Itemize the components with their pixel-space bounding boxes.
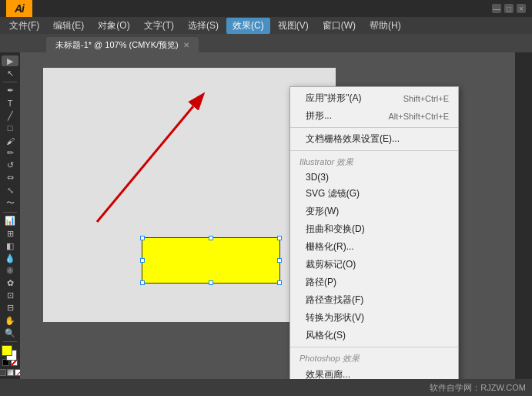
menu-text[interactable]: 文字(T) (138, 18, 180, 34)
toolbar-separator-3 (3, 341, 17, 342)
color-swatches[interactable] (2, 345, 18, 356)
left-toolbar: ▶ ↖ ✒ T ╱ □ 🖌 ✏ ↺ ⇔ ⤡ 〜 📊 ⊞ ◧ 💧 ⑧ ✿ ⊡ ⊟ … (0, 52, 20, 379)
tool-zoom[interactable]: 🔍 (2, 327, 18, 338)
title-bar-left: Ai (6, 0, 32, 17)
menu-item-svg-filter[interactable]: SVG 滤镜(G) (290, 185, 458, 203)
window-controls[interactable]: — □ × (492, 4, 526, 13)
foreground-color[interactable] (2, 345, 12, 356)
tool-rotate[interactable]: ↺ (2, 160, 18, 171)
separator-3 (290, 347, 458, 347)
tool-warp[interactable]: 〜 (2, 197, 18, 209)
toolbar-separator-2 (3, 212, 17, 213)
color-type-buttons (0, 369, 22, 376)
maximize-button[interactable]: □ (504, 4, 514, 13)
tool-paintbrush[interactable]: 🖌 (2, 135, 18, 146)
close-button[interactable]: × (517, 4, 526, 13)
tool-type[interactable]: T (2, 98, 18, 109)
separator-1 (290, 127, 458, 128)
tool-pencil[interactable]: ✏ (2, 148, 18, 159)
menu-window[interactable]: 窗口(W) (316, 18, 362, 34)
menu-item-raster-settings[interactable]: 文档栅格效果设置(E)... (290, 130, 458, 148)
menu-item-gallery[interactable]: 效果画廊... (290, 366, 458, 379)
tool-gradient[interactable]: ◧ (2, 240, 18, 251)
tool-select[interactable]: ▶ (2, 55, 18, 66)
menu-select[interactable]: 选择(S) (182, 18, 225, 34)
tool-blend[interactable]: ⑧ (2, 265, 18, 276)
separator-2 (290, 150, 458, 151)
menu-view[interactable]: 视图(V) (272, 18, 315, 34)
menu-item-pathfinder2[interactable]: 路径查找器(F) (290, 291, 458, 309)
menu-edit[interactable]: 编辑(E) (47, 18, 90, 34)
menu-effect[interactable]: 效果(C) (226, 18, 270, 34)
right-panel (515, 52, 532, 379)
menu-item-crop-marks[interactable]: 裁剪标记(O) (290, 256, 458, 274)
handle-mr[interactable] (277, 258, 282, 263)
document-tab[interactable]: 未标题-1* @ 107% (CMYK/预览) ✕ (46, 37, 199, 52)
section-photoshop: Photoshop 效果 (290, 350, 458, 366)
tool-direct-select[interactable]: ↖ (2, 68, 18, 79)
tool-symbol[interactable]: ✿ (2, 278, 18, 289)
tool-scale[interactable]: ⤡ (2, 185, 18, 196)
handle-ml[interactable] (140, 258, 145, 263)
tab-close-button[interactable]: ✕ (183, 41, 189, 49)
canvas-object[interactable] (142, 237, 280, 284)
app-logo: Ai (6, 0, 32, 17)
handle-bl[interactable] (140, 280, 145, 285)
menu-help[interactable]: 帮助(H) (363, 18, 407, 34)
menu-file[interactable]: 文件(F) (3, 18, 45, 34)
menu-item-apply-pathfinder[interactable]: 应用"拼形"(A) Shift+Ctrl+E (290, 89, 458, 107)
tool-pen[interactable]: ✒ (2, 86, 18, 96)
menu-item-deform[interactable]: 变形(W) (290, 203, 458, 220)
menu-item-rasterize[interactable]: 栅格化(R)... (290, 238, 458, 256)
solid-color-button[interactable] (0, 369, 6, 376)
menu-item-3d[interactable]: 3D(3) (290, 169, 458, 185)
menu-item-convert-shape[interactable]: 转换为形状(V) (290, 309, 458, 327)
menu-object[interactable]: 对象(O) (92, 18, 136, 34)
tool-graph[interactable]: 📊 (2, 216, 18, 227)
canvas-area: 应用"拼形"(A) Shift+Ctrl+E 拼形... Alt+Shift+C… (20, 52, 515, 379)
menu-item-distort-transform[interactable]: 扭曲和变换(D) (290, 220, 458, 238)
handle-br[interactable] (277, 280, 282, 285)
menu-item-pathfinder[interactable]: 拼形... Alt+Shift+Ctrl+E (290, 107, 458, 125)
toolbar-separator-1 (3, 82, 17, 82)
handle-tl[interactable] (140, 236, 145, 240)
tool-eyedropper[interactable]: 💧 (2, 253, 18, 263)
menu-bar: 文件(F) 编辑(E) 对象(O) 文字(T) 选择(S) 效果(C) 视图(V… (0, 17, 532, 34)
tool-line[interactable]: ╱ (2, 110, 18, 121)
tool-hand[interactable]: ✋ (2, 315, 18, 326)
tab-label: 未标题-1* @ 107% (CMYK/预览) (55, 39, 179, 51)
status-text: 软件自学网：RJZW.COM (430, 382, 526, 394)
tool-mesh[interactable]: ⊞ (2, 228, 18, 239)
effect-dropdown-menu[interactable]: 应用"拼形"(A) Shift+Ctrl+E 拼形... Alt+Shift+C… (289, 86, 459, 379)
tool-mirror[interactable]: ⇔ (2, 173, 18, 183)
menu-item-stylize-ai[interactable]: 风格化(S) (290, 327, 458, 344)
tool-rect[interactable]: □ (2, 122, 18, 133)
section-illustrator: Illustrator 效果 (290, 153, 458, 169)
handle-tr[interactable] (277, 236, 282, 240)
main-area: ▶ ↖ ✒ T ╱ □ 🖌 ✏ ↺ ⇔ ⤡ 〜 📊 ⊞ ◧ 💧 ⑧ ✿ ⊡ ⊟ … (0, 52, 532, 379)
menu-item-path[interactable]: 路径(P) (290, 274, 458, 291)
gradient-button[interactable] (7, 369, 14, 376)
handle-bm[interactable] (209, 280, 213, 285)
tab-bar: 未标题-1* @ 107% (CMYK/预览) ✕ (0, 34, 532, 52)
title-bar: Ai — □ × (0, 0, 532, 17)
tool-slice[interactable]: ⊟ (2, 303, 18, 314)
minimize-button[interactable]: — (492, 4, 501, 13)
tool-artboard[interactable]: ⊡ (2, 290, 18, 301)
status-bar: 软件自学网：RJZW.COM (0, 379, 532, 396)
handle-tm[interactable] (209, 236, 213, 240)
